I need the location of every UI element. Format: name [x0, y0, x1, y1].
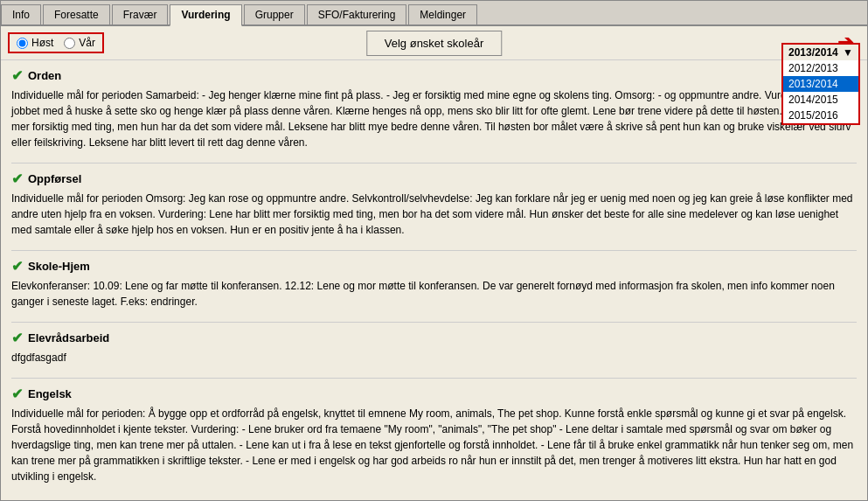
radio-host-label: Høst: [31, 37, 53, 49]
tab-meldinger[interactable]: Meldinger: [408, 4, 477, 24]
year-dropdown[interactable]: 2013/2014 ▼ 2012/2013 2013/2014 2014/201…: [781, 43, 860, 125]
divider-2: [11, 250, 857, 251]
section-elevraadsarbeid-header: ✔ Elevrådsarbeid: [11, 330, 857, 346]
tab-vurdering[interactable]: Vurdering: [170, 4, 241, 26]
check-icon-elevraadsarbeid: ✔: [11, 330, 23, 346]
tab-bar: Info Foresatte Fravær Vurdering Grupper …: [1, 1, 867, 26]
velg-skoleaar-label: Velg ønsket skoleår: [385, 37, 483, 50]
radio-var-label: Vår: [79, 37, 95, 49]
check-icon-engelsk: ✔: [11, 386, 23, 402]
section-engelsk-header: ✔ Engelsk: [11, 386, 857, 402]
section-orden-header: ✔ Orden: [11, 67, 857, 84]
controls-bar: Høst Vår Velg ønsket skoleår ➔ 2013/2014…: [1, 26, 867, 60]
radio-var-option[interactable]: Vår: [64, 37, 95, 49]
section-oppforsel: ✔ Oppførsel Individuelle mål for periode…: [11, 170, 857, 238]
tab-grupper[interactable]: Grupper: [244, 4, 305, 24]
check-icon-orden: ✔: [11, 67, 23, 84]
period-radio-group: Høst Vår: [8, 32, 104, 53]
section-orden-title: Orden: [28, 69, 61, 82]
year-option-2015[interactable]: 2015/2016: [783, 108, 858, 123]
section-elevraadsarbeid: ✔ Elevrådsarbeid dfgdfasgadf: [11, 330, 857, 365]
year-option-2014[interactable]: 2014/2015: [783, 92, 858, 108]
section-orden-text: Individuelle mål for perioden Samarbeid:…: [11, 87, 857, 150]
section-engelsk-text: Individuelle mål for perioden: Å bygge o…: [11, 406, 857, 484]
year-option-current[interactable]: 2013/2014 ▼: [783, 45, 858, 60]
divider-4: [11, 378, 857, 379]
velg-skoleaar-box: Velg ønsket skoleår: [366, 31, 502, 56]
tab-info[interactable]: Info: [1, 4, 41, 24]
section-engelsk-title: Engelsk: [28, 387, 72, 400]
section-oppforsel-title: Oppførsel: [28, 172, 81, 185]
year-option-2013[interactable]: 2013/2014: [783, 76, 858, 92]
section-skole-hjem: ✔ Skole-Hjem Elevkonferanser: 10.09: Len…: [11, 258, 857, 310]
section-oppforsel-header: ✔ Oppførsel: [11, 170, 857, 187]
tab-sfo-fakturering[interactable]: SFO/Fakturering: [307, 4, 407, 24]
dropdown-arrow-icon: ▼: [843, 46, 853, 59]
tab-foresatte[interactable]: Foresatte: [43, 4, 110, 24]
year-selector-area: ➔ 2013/2014 ▼ 2012/2013 2013/2014 2014/2…: [837, 31, 860, 54]
radio-host-input[interactable]: [17, 38, 28, 49]
radio-host-option[interactable]: Høst: [17, 37, 53, 49]
section-elevraadsarbeid-title: Elevrådsarbeid: [28, 331, 109, 344]
section-elevraadsarbeid-text: dfgdfasgadf: [11, 350, 857, 365]
divider-1: [11, 163, 857, 164]
check-icon-oppforsel: ✔: [11, 170, 23, 187]
year-option-2012[interactable]: 2012/2013: [783, 60, 858, 76]
divider-3: [11, 322, 857, 323]
section-skole-hjem-text: Elevkonferanser: 10.09: Lene og far møtt…: [11, 278, 857, 310]
main-window: Info Foresatte Fravær Vurdering Grupper …: [0, 0, 868, 501]
section-oppforsel-text: Individuelle mål for perioden Omsorg: Je…: [11, 191, 857, 238]
check-icon-skole-hjem: ✔: [11, 258, 23, 275]
section-orden: ✔ Orden Individuelle mål for perioden Sa…: [11, 67, 857, 150]
section-skole-hjem-title: Skole-Hjem: [28, 260, 90, 273]
section-engelsk: ✔ Engelsk Individuelle mål for perioden:…: [11, 386, 857, 484]
tab-fravar[interactable]: Fravær: [112, 4, 169, 24]
section-skole-hjem-header: ✔ Skole-Hjem: [11, 258, 857, 275]
radio-var-input[interactable]: [64, 38, 75, 49]
content-area[interactable]: ✔ Orden Individuelle mål for perioden Sa…: [1, 60, 867, 500]
